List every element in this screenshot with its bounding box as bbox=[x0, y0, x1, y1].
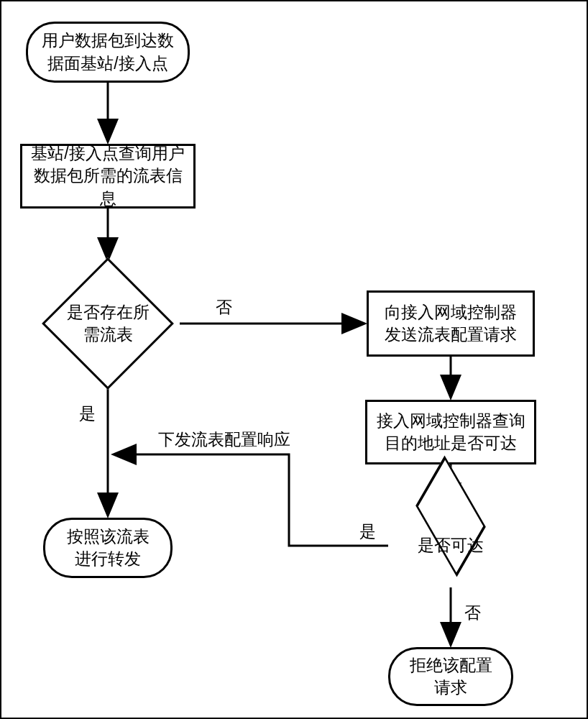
node-forward-terminator: 按照该流表 进行转发 bbox=[43, 518, 173, 578]
start-text: 用户数据包到达数 据面基站/接入点 bbox=[42, 29, 174, 74]
query-text: 基站/接入点查询用户 数据包所需的流表信息 bbox=[31, 142, 185, 209]
edge-label-yes1: 是 bbox=[79, 403, 96, 425]
node-send-request: 向接入网域控制器 发送流表配置请求 bbox=[367, 290, 535, 357]
node-decision-reachable: 是否可达 bbox=[388, 504, 513, 587]
reject-text: 拒绝该配置 请求 bbox=[410, 654, 492, 699]
node-decision-flowtable: 是否存在所 需流表 bbox=[36, 259, 180, 388]
node-start-terminator: 用户数据包到达数 据面基站/接入点 bbox=[26, 22, 190, 83]
node-reject-terminator: 拒绝该配置 请求 bbox=[388, 647, 513, 706]
send-request-text: 向接入网域控制器 发送流表配置请求 bbox=[385, 301, 517, 346]
edge-label-yes2: 是 bbox=[359, 521, 376, 543]
edge-label-no2: 否 bbox=[464, 602, 481, 624]
forward-text: 按照该流表 进行转发 bbox=[67, 526, 150, 570]
node-check-reach: 接入网域控制器查询 目的地址是否可达 bbox=[365, 400, 536, 464]
node-query-process: 基站/接入点查询用户 数据包所需的流表信息 bbox=[20, 144, 196, 209]
decision-flowtable-text: 是否存在所 需流表 bbox=[67, 301, 150, 346]
flowchart-canvas: 用户数据包到达数 据面基站/接入点 基站/接入点查询用户 数据包所需的流表信息 … bbox=[0, 0, 588, 719]
check-reach-text: 接入网域控制器查询 目的地址是否可达 bbox=[377, 410, 525, 454]
edge-label-resp-config: 下发流表配置响应 bbox=[158, 429, 290, 451]
decision-reachable-text: 是否可达 bbox=[418, 534, 484, 557]
edge-label-no1: 否 bbox=[216, 296, 232, 319]
